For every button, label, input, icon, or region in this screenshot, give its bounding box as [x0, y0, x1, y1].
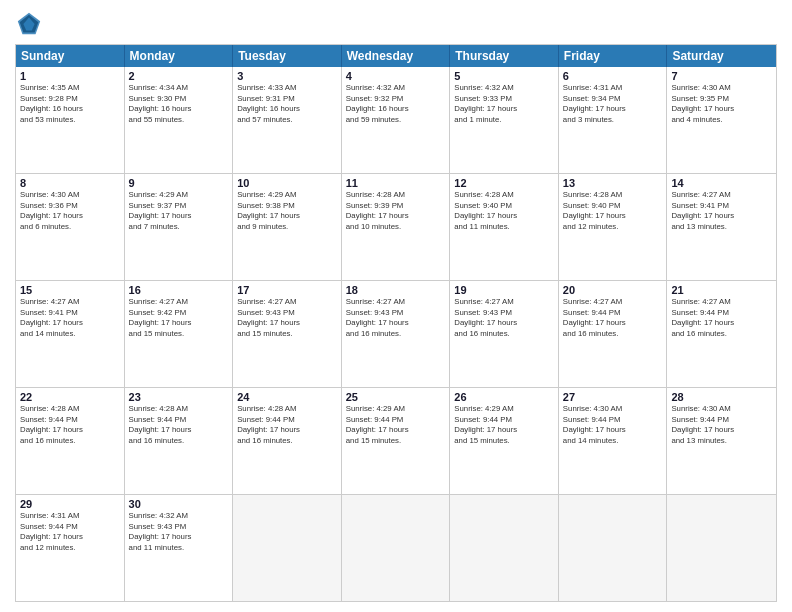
day-number: 18 [346, 284, 446, 296]
cell-data: Sunrise: 4:27 AM Sunset: 9:41 PM Dayligh… [20, 297, 120, 339]
calendar-cell: 1Sunrise: 4:35 AM Sunset: 9:28 PM Daylig… [16, 67, 125, 173]
day-number: 19 [454, 284, 554, 296]
weekday-header: Wednesday [342, 45, 451, 67]
calendar-cell: 23Sunrise: 4:28 AM Sunset: 9:44 PM Dayli… [125, 388, 234, 494]
day-number: 13 [563, 177, 663, 189]
calendar-cell: 29Sunrise: 4:31 AM Sunset: 9:44 PM Dayli… [16, 495, 125, 601]
day-number: 22 [20, 391, 120, 403]
cell-data: Sunrise: 4:28 AM Sunset: 9:40 PM Dayligh… [563, 190, 663, 232]
cell-data: Sunrise: 4:35 AM Sunset: 9:28 PM Dayligh… [20, 83, 120, 125]
day-number: 14 [671, 177, 772, 189]
calendar-row: 22Sunrise: 4:28 AM Sunset: 9:44 PM Dayli… [16, 388, 776, 495]
weekday-header: Tuesday [233, 45, 342, 67]
day-number: 27 [563, 391, 663, 403]
day-number: 16 [129, 284, 229, 296]
cell-data: Sunrise: 4:29 AM Sunset: 9:37 PM Dayligh… [129, 190, 229, 232]
calendar-cell [233, 495, 342, 601]
calendar-cell: 16Sunrise: 4:27 AM Sunset: 9:42 PM Dayli… [125, 281, 234, 387]
day-number: 15 [20, 284, 120, 296]
cell-data: Sunrise: 4:29 AM Sunset: 9:44 PM Dayligh… [454, 404, 554, 446]
weekday-header: Monday [125, 45, 234, 67]
calendar-cell: 21Sunrise: 4:27 AM Sunset: 9:44 PM Dayli… [667, 281, 776, 387]
cell-data: Sunrise: 4:27 AM Sunset: 9:41 PM Dayligh… [671, 190, 772, 232]
calendar-row: 15Sunrise: 4:27 AM Sunset: 9:41 PM Dayli… [16, 281, 776, 388]
day-number: 21 [671, 284, 772, 296]
calendar-cell: 26Sunrise: 4:29 AM Sunset: 9:44 PM Dayli… [450, 388, 559, 494]
cell-data: Sunrise: 4:32 AM Sunset: 9:32 PM Dayligh… [346, 83, 446, 125]
day-number: 8 [20, 177, 120, 189]
calendar-cell: 20Sunrise: 4:27 AM Sunset: 9:44 PM Dayli… [559, 281, 668, 387]
cell-data: Sunrise: 4:30 AM Sunset: 9:44 PM Dayligh… [671, 404, 772, 446]
cell-data: Sunrise: 4:32 AM Sunset: 9:33 PM Dayligh… [454, 83, 554, 125]
calendar-cell: 28Sunrise: 4:30 AM Sunset: 9:44 PM Dayli… [667, 388, 776, 494]
cell-data: Sunrise: 4:28 AM Sunset: 9:40 PM Dayligh… [454, 190, 554, 232]
calendar-cell: 12Sunrise: 4:28 AM Sunset: 9:40 PM Dayli… [450, 174, 559, 280]
calendar-cell [450, 495, 559, 601]
calendar-cell: 13Sunrise: 4:28 AM Sunset: 9:40 PM Dayli… [559, 174, 668, 280]
calendar-cell: 19Sunrise: 4:27 AM Sunset: 9:43 PM Dayli… [450, 281, 559, 387]
day-number: 5 [454, 70, 554, 82]
day-number: 29 [20, 498, 120, 510]
calendar-cell: 6Sunrise: 4:31 AM Sunset: 9:34 PM Daylig… [559, 67, 668, 173]
cell-data: Sunrise: 4:34 AM Sunset: 9:30 PM Dayligh… [129, 83, 229, 125]
day-number: 7 [671, 70, 772, 82]
calendar-row: 8Sunrise: 4:30 AM Sunset: 9:36 PM Daylig… [16, 174, 776, 281]
calendar-row: 1Sunrise: 4:35 AM Sunset: 9:28 PM Daylig… [16, 67, 776, 174]
cell-data: Sunrise: 4:28 AM Sunset: 9:39 PM Dayligh… [346, 190, 446, 232]
calendar-cell: 5Sunrise: 4:32 AM Sunset: 9:33 PM Daylig… [450, 67, 559, 173]
day-number: 9 [129, 177, 229, 189]
weekday-header: Thursday [450, 45, 559, 67]
calendar-cell: 8Sunrise: 4:30 AM Sunset: 9:36 PM Daylig… [16, 174, 125, 280]
day-number: 28 [671, 391, 772, 403]
cell-data: Sunrise: 4:27 AM Sunset: 9:42 PM Dayligh… [129, 297, 229, 339]
cell-data: Sunrise: 4:30 AM Sunset: 9:35 PM Dayligh… [671, 83, 772, 125]
cell-data: Sunrise: 4:27 AM Sunset: 9:44 PM Dayligh… [563, 297, 663, 339]
calendar-cell: 4Sunrise: 4:32 AM Sunset: 9:32 PM Daylig… [342, 67, 451, 173]
calendar-cell: 27Sunrise: 4:30 AM Sunset: 9:44 PM Dayli… [559, 388, 668, 494]
day-number: 24 [237, 391, 337, 403]
calendar-cell: 11Sunrise: 4:28 AM Sunset: 9:39 PM Dayli… [342, 174, 451, 280]
day-number: 23 [129, 391, 229, 403]
cell-data: Sunrise: 4:27 AM Sunset: 9:43 PM Dayligh… [346, 297, 446, 339]
weekday-header: Sunday [16, 45, 125, 67]
logo [15, 10, 47, 38]
day-number: 11 [346, 177, 446, 189]
calendar-cell [559, 495, 668, 601]
cell-data: Sunrise: 4:30 AM Sunset: 9:36 PM Dayligh… [20, 190, 120, 232]
day-number: 6 [563, 70, 663, 82]
day-number: 3 [237, 70, 337, 82]
calendar-cell: 25Sunrise: 4:29 AM Sunset: 9:44 PM Dayli… [342, 388, 451, 494]
calendar-cell [342, 495, 451, 601]
calendar-cell [667, 495, 776, 601]
weekday-header: Saturday [667, 45, 776, 67]
cell-data: Sunrise: 4:30 AM Sunset: 9:44 PM Dayligh… [563, 404, 663, 446]
day-number: 30 [129, 498, 229, 510]
day-number: 26 [454, 391, 554, 403]
day-number: 10 [237, 177, 337, 189]
cell-data: Sunrise: 4:31 AM Sunset: 9:34 PM Dayligh… [563, 83, 663, 125]
page: SundayMondayTuesdayWednesdayThursdayFrid… [0, 0, 792, 612]
weekday-header: Friday [559, 45, 668, 67]
calendar-cell: 24Sunrise: 4:28 AM Sunset: 9:44 PM Dayli… [233, 388, 342, 494]
day-number: 17 [237, 284, 337, 296]
cell-data: Sunrise: 4:28 AM Sunset: 9:44 PM Dayligh… [20, 404, 120, 446]
cell-data: Sunrise: 4:29 AM Sunset: 9:38 PM Dayligh… [237, 190, 337, 232]
calendar-cell: 14Sunrise: 4:27 AM Sunset: 9:41 PM Dayli… [667, 174, 776, 280]
cell-data: Sunrise: 4:27 AM Sunset: 9:43 PM Dayligh… [454, 297, 554, 339]
cell-data: Sunrise: 4:31 AM Sunset: 9:44 PM Dayligh… [20, 511, 120, 553]
calendar-cell: 30Sunrise: 4:32 AM Sunset: 9:43 PM Dayli… [125, 495, 234, 601]
day-number: 2 [129, 70, 229, 82]
calendar-cell: 3Sunrise: 4:33 AM Sunset: 9:31 PM Daylig… [233, 67, 342, 173]
calendar-header: SundayMondayTuesdayWednesdayThursdayFrid… [16, 45, 776, 67]
calendar-cell: 15Sunrise: 4:27 AM Sunset: 9:41 PM Dayli… [16, 281, 125, 387]
calendar-cell: 18Sunrise: 4:27 AM Sunset: 9:43 PM Dayli… [342, 281, 451, 387]
cell-data: Sunrise: 4:32 AM Sunset: 9:43 PM Dayligh… [129, 511, 229, 553]
cell-data: Sunrise: 4:28 AM Sunset: 9:44 PM Dayligh… [129, 404, 229, 446]
day-number: 4 [346, 70, 446, 82]
calendar: SundayMondayTuesdayWednesdayThursdayFrid… [15, 44, 777, 602]
day-number: 12 [454, 177, 554, 189]
calendar-cell: 10Sunrise: 4:29 AM Sunset: 9:38 PM Dayli… [233, 174, 342, 280]
day-number: 20 [563, 284, 663, 296]
cell-data: Sunrise: 4:28 AM Sunset: 9:44 PM Dayligh… [237, 404, 337, 446]
calendar-cell: 7Sunrise: 4:30 AM Sunset: 9:35 PM Daylig… [667, 67, 776, 173]
